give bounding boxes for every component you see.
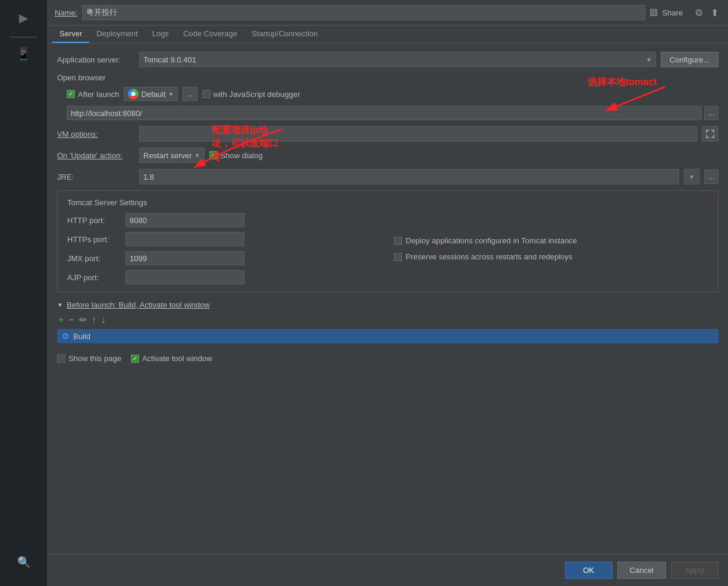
ajp-port-input[interactable] <box>125 270 244 284</box>
show-page-checkbox[interactable] <box>57 355 65 363</box>
preserve-checkbox-row: Preserve sessions across restarts and re… <box>394 252 708 261</box>
configure-button[interactable]: Configure... <box>661 52 718 67</box>
browser-row: ✓ After launch Default ▼ ... with JavaSc… <box>57 87 718 101</box>
https-port-row: HTTPs port: <box>67 232 382 246</box>
after-launch-checkbox[interactable]: ✓ <box>67 90 75 98</box>
jre-dots-button[interactable]: ... <box>704 170 718 184</box>
url-input[interactable] <box>67 106 702 120</box>
tab-deployment[interactable]: Deployment <box>89 26 145 43</box>
https-port-input[interactable] <box>125 232 244 246</box>
move-up-button[interactable]: ↑ <box>90 314 98 325</box>
deploy-checkbox[interactable] <box>394 237 402 245</box>
tomcat-left-col: HTTP port: HTTPs port: JMX port: AJP por… <box>67 213 382 284</box>
app-server-value: Tomcat 9.0.401 <box>143 55 196 64</box>
toolbar-icon-2[interactable]: ⬆ <box>708 6 721 19</box>
activate-tool-group: ✓ Activate tool window <box>131 354 212 363</box>
jre-label: JRE: <box>57 173 134 181</box>
show-dialog-checkbox[interactable]: ✓ <box>209 151 218 159</box>
vm-options-label: VM options: <box>57 130 134 139</box>
restart-value: Restart server <box>143 151 192 160</box>
jmx-port-label: JMX port: <box>67 254 121 263</box>
build-label: Build <box>73 332 90 341</box>
after-launch-label: After launch <box>78 90 119 99</box>
show-dialog-check: ✓ <box>211 152 216 158</box>
tomcat-right-col: Deploy applications configured in Tomcat… <box>394 213 708 284</box>
vm-expand-button[interactable] <box>702 126 718 142</box>
app-server-dropdown-arrow: ▼ <box>646 57 652 63</box>
http-port-input[interactable] <box>125 213 244 227</box>
deploy-checkbox-row: Deploy applications configured in Tomcat… <box>394 236 708 245</box>
js-debug-checkbox[interactable] <box>202 90 211 98</box>
ajp-port-row: AJP port: <box>67 270 382 284</box>
show-dialog-label: Show dialog <box>221 151 263 160</box>
name-input[interactable] <box>82 5 645 20</box>
js-debug-label: with JavaScript debugger <box>214 90 300 99</box>
show-page-label: Show this page <box>68 354 121 363</box>
jmx-port-input[interactable] <box>125 251 244 265</box>
restart-dropdown-arrow: ▼ <box>194 152 200 159</box>
sidebar-icon-phone[interactable]: 📱 <box>12 42 36 66</box>
main-panel: Name: Share ⚙ ⬆ Server Deployment Logs C… <box>48 0 728 586</box>
cancel-button[interactable]: Cancel <box>617 562 666 579</box>
jre-dropdown-arrow: ▼ <box>689 174 695 180</box>
http-port-row: HTTP port: <box>67 213 382 227</box>
app-server-row: Application server: Tomcat 9.0.401 ▼ Con… <box>57 52 718 67</box>
tab-code-coverage[interactable]: Code Coverage <box>176 26 244 43</box>
move-down-button[interactable]: ↓ <box>100 314 107 325</box>
sidebar-icon-run[interactable]: ▶ <box>12 6 36 30</box>
http-port-label: HTTP port: <box>67 216 121 225</box>
vm-options-row: VM options: <box>57 126 718 142</box>
chrome-icon <box>128 89 139 99</box>
ajp-port-label: AJP port: <box>67 273 121 282</box>
share-label: Share <box>662 8 683 17</box>
remove-button[interactable]: − <box>67 314 75 325</box>
activate-tool-checkbox[interactable]: ✓ <box>131 355 139 363</box>
deploy-label: Deploy applications configured in Tomcat… <box>406 236 577 245</box>
jre-row: JRE: ▼ ... <box>57 169 718 184</box>
jre-input[interactable] <box>139 169 679 184</box>
left-sidebar: ▶ 📱 🔍 <box>0 0 48 586</box>
preserve-label: Preserve sessions across restarts and re… <box>406 252 572 261</box>
search-icon[interactable]: 🔍 <box>12 550 36 574</box>
preserve-checkbox[interactable] <box>394 253 402 261</box>
tomcat-settings-title: Tomcat Server Settings <box>67 198 708 207</box>
build-row: ⚙ Build <box>57 329 718 343</box>
share-checkbox[interactable] <box>650 9 657 16</box>
browser-value: Default <box>141 90 165 99</box>
jre-dropdown[interactable]: ▼ <box>684 169 699 184</box>
app-server-select[interactable]: Tomcat 9.0.401 ▼ <box>139 52 656 67</box>
tabs-row: Server Deployment Logs Code Coverage Sta… <box>48 26 728 43</box>
app-server-label: Application server: <box>57 55 134 64</box>
https-port-label: HTTPs port: <box>67 235 121 244</box>
tab-server[interactable]: Server <box>52 26 89 43</box>
show-page-group: Show this page <box>57 354 121 363</box>
toolbar-icon-1[interactable]: ⚙ <box>692 6 705 19</box>
ok-button[interactable]: OK <box>565 562 613 579</box>
edit-button[interactable]: ✏ <box>78 314 88 325</box>
before-launch-title: Before launch: Build, Activate tool wind… <box>67 300 210 309</box>
after-launch-checkbox-group: ✓ After launch <box>67 90 119 99</box>
before-launch-toggle[interactable]: ▼ <box>57 302 63 308</box>
action-toolbar: + − ✏ ↑ ↓ <box>57 314 718 325</box>
apply-button[interactable]: Apply <box>671 562 718 579</box>
sidebar-divider <box>10 37 37 37</box>
add-button[interactable]: + <box>57 314 65 325</box>
browser-dots-button[interactable]: ... <box>183 87 197 101</box>
name-row: Name: Share ⚙ ⬆ <box>48 0 728 26</box>
on-update-row: On 'Update' action: Restart server ▼ ✓ S… <box>57 148 718 163</box>
on-update-label: On 'Update' action: <box>57 151 134 160</box>
tab-logs[interactable]: Logs <box>145 26 176 43</box>
vm-options-input[interactable] <box>139 126 697 142</box>
jmx-port-row: JMX port: <box>67 251 382 265</box>
server-panel: Application server: Tomcat 9.0.401 ▼ Con… <box>48 43 728 554</box>
browser-annotation-wrapper: ✓ After launch Default ▼ ... with JavaSc… <box>57 87 718 101</box>
restart-select[interactable]: Restart server ▼ <box>139 148 205 163</box>
tab-startup-connection[interactable]: Startup/Connection <box>244 26 325 43</box>
before-launch-section: ▼ Before launch: Build, Activate tool wi… <box>57 300 718 343</box>
tomcat-settings-box: Tomcat Server Settings HTTP port: HTTPs … <box>57 190 718 292</box>
open-browser-label: Open browser <box>57 73 718 82</box>
url-dots-button[interactable]: ... <box>704 106 718 120</box>
bottom-options: Show this page ✓ Activate tool window <box>57 349 718 368</box>
build-icon: ⚙ <box>62 331 70 341</box>
browser-select[interactable]: Default ▼ <box>124 87 178 101</box>
